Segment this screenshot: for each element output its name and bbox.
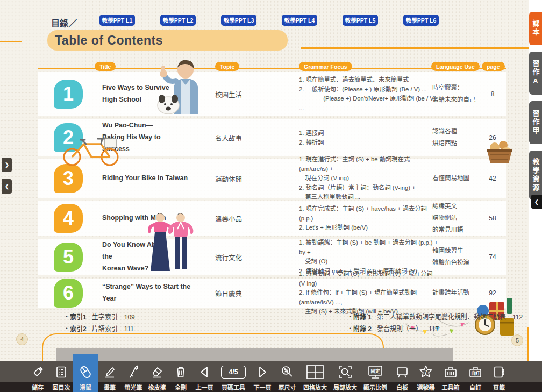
tab-teaching-resources[interactable]: 教學資源	[529, 151, 542, 200]
unit-language-use: 看懂簡易地圖	[432, 173, 486, 184]
unit-page-number: 74	[480, 253, 505, 261]
triangle-left-icon	[197, 361, 211, 382]
page-number-left: 4	[16, 333, 28, 345]
toolbox-button[interactable]: 工具箱	[438, 361, 463, 392]
tabs-collapse-button[interactable]: ❮	[531, 195, 542, 209]
custom-box-icon: 自訂	[468, 361, 483, 382]
pencil-icon	[103, 361, 117, 382]
accent-line-right	[301, 47, 529, 49]
mouse-tool-button[interactable]: 滑鼠	[73, 354, 98, 392]
unit-number-badge: 4	[54, 204, 83, 233]
toolbox-icon	[443, 361, 458, 382]
page-tabs-button[interactable]: 頁籤	[487, 361, 511, 392]
unit-topic: 運動休閒	[215, 174, 263, 184]
page-number-right: 5	[511, 334, 523, 346]
ppt-button-l2[interactable]: 教學PPT L2	[160, 15, 196, 26]
page-forward-arrow[interactable]: ❯	[2, 158, 12, 172]
unit-page-number: 8	[480, 90, 505, 98]
bread-basket-illustration	[485, 138, 514, 167]
unit-language-use: 認識英文 購物網站 的常見用語	[432, 201, 486, 236]
column-header-grammar-focus: Grammar Focus	[299, 62, 352, 71]
prev-page-button[interactable]: 上一頁	[192, 361, 216, 392]
quad-zoom-button[interactable]: 四格放大	[300, 361, 330, 392]
magnifier-percent-icon	[280, 361, 294, 382]
page-back-arrow[interactable]: ❮	[2, 179, 12, 194]
bullet: ・	[63, 313, 70, 321]
appendix-label: 附錄 1	[353, 313, 372, 321]
mouse-icon	[78, 361, 93, 382]
toc-row-unit4: 4 Shopping with Mom 溫馨小品 1. 現在完成式：主詞 (S)…	[38, 201, 506, 236]
page-title-en: Table of Contents	[55, 33, 163, 48]
unit-language-use: 時空膠囊： 寫給未來的自己	[432, 82, 486, 106]
eraser-tool-button[interactable]: 橡皮擦	[145, 361, 169, 392]
appendix-name: 第三人稱單數動詞字尾變化規則、動詞三態表	[377, 313, 506, 321]
whiteboard-button[interactable]: 白板	[390, 361, 414, 392]
appendix-label: 附錄 2	[353, 325, 372, 333]
next-page-button[interactable]: 下一頁	[251, 361, 274, 392]
number-picker-button[interactable]: 7 選號器	[414, 361, 438, 392]
delete-all-button[interactable]: 全刪	[169, 361, 192, 392]
page-indicator-value: 4/5	[221, 366, 246, 379]
index-label: 索引2	[70, 325, 87, 333]
unit-topic: 名人故事	[215, 133, 263, 143]
page-title-zh: 目錄／	[51, 16, 77, 29]
unit-topic: 流行文化	[215, 252, 263, 262]
unit-grammar-focus: 1. 連接詞 2. 轉折詞	[299, 129, 440, 147]
bullet: ・	[347, 313, 353, 321]
appendix-entry-2: ・附錄 2發音規則（一）117	[347, 324, 439, 333]
appendix-name: 發音規則（一）	[377, 325, 422, 333]
unit-grammar-focus: 1. 現在完成式：主詞 (S) + have/has + 過去分詞 (p.p.)…	[299, 204, 440, 233]
toolbar: 儲存 回目次 滑鼠	[0, 361, 542, 392]
pen-tool-button[interactable]: 畫筆	[98, 361, 122, 392]
unit-page-number: 58	[480, 215, 505, 222]
display-scale-button[interactable]: 固定 顯示比例	[360, 361, 390, 392]
bottom-gray-bar	[56, 348, 453, 361]
back-to-toc-button[interactable]: 回目次	[49, 361, 73, 392]
ppt-button-l3[interactable]: 教學PPT L3	[221, 15, 256, 26]
original-size-button[interactable]: 原尺寸	[274, 361, 300, 392]
custom-button[interactable]: 自訂 自訂	[463, 361, 487, 392]
ppt-button-l1[interactable]: 教學PPT L1	[99, 15, 135, 26]
unit-language-use: 認識各種 烘焙西點	[432, 126, 486, 149]
unit-number-badge: 1	[54, 80, 83, 109]
unit-page-number: 92	[480, 289, 505, 297]
tab-workbook-jia[interactable]: 習作甲	[529, 101, 542, 144]
unit-number-badge: 6	[54, 279, 83, 308]
unit-number-badge: 5	[54, 243, 83, 272]
highlighter-tool-button[interactable]: 螢光筆	[122, 361, 145, 392]
notebook-icon	[492, 361, 506, 382]
star-seven-icon: 7	[418, 361, 433, 382]
unit-grammar-focus: 1. 現在簡單式、過去簡單式、未來簡單式 2. 一般祈使句：(Please + …	[299, 75, 440, 113]
toc-row-unit1: 1 Five Ways to Survive High School 校園生活 …	[38, 72, 506, 116]
tab-workbook-a[interactable]: 習作A	[529, 52, 542, 95]
index-page: 109	[124, 313, 135, 321]
unit-number-badge: 3	[54, 164, 83, 193]
index-entry-2: ・索引2片語索引111	[63, 324, 134, 333]
svg-text:7: 7	[424, 369, 427, 375]
table-of-contents-banner: Table of Contents	[47, 30, 288, 51]
ppt-button-l6[interactable]: 教學PPT L6	[403, 15, 439, 26]
unit-topic: 校園生活	[215, 89, 263, 99]
monitor-fixed-icon: 固定	[367, 361, 383, 382]
eraser-icon	[150, 361, 164, 382]
index-entry-1: ・索引1生字索引109	[63, 312, 135, 321]
ppt-button-l4[interactable]: 教學PPT L4	[282, 15, 317, 26]
save-button[interactable]: 儲存	[26, 361, 49, 392]
bicycle-illustration	[59, 130, 124, 167]
page-indicator-tool[interactable]: 4/5 頁碼工具	[216, 361, 251, 392]
whiteboard-icon	[395, 361, 409, 382]
svg-text:自訂: 自訂	[471, 370, 480, 376]
svg-text:固定: 固定	[370, 368, 380, 374]
tab-textbook[interactable]: 課本	[529, 12, 542, 45]
man-with-dog-photo	[152, 54, 212, 114]
partial-zoom-button[interactable]: 局部放大	[330, 361, 360, 392]
unit-topic: 節日慶典	[215, 288, 263, 298]
index-page: 111	[124, 325, 134, 333]
column-header-page: page	[482, 62, 505, 71]
index-label: 索引1	[70, 313, 87, 321]
magnifier-brackets-icon	[338, 361, 353, 382]
bullet: ・	[63, 325, 70, 333]
column-header-topic: Topic	[215, 62, 239, 71]
ppt-button-l5[interactable]: 教學PPT L5	[343, 15, 378, 26]
appendix-page: 117	[429, 325, 439, 333]
